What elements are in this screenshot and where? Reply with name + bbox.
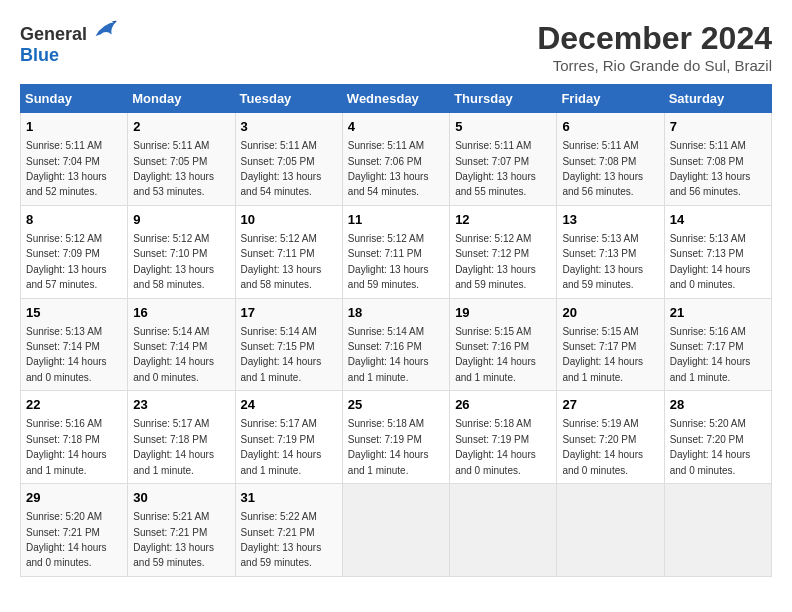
day-info: Sunrise: 5:19 AMSunset: 7:20 PMDaylight:… [562,418,643,475]
day-info: Sunrise: 5:13 AMSunset: 7:13 PMDaylight:… [670,233,751,290]
day-number: 10 [241,211,337,229]
calendar-cell: 15 Sunrise: 5:13 AMSunset: 7:14 PMDaylig… [21,298,128,391]
week-row-4: 22 Sunrise: 5:16 AMSunset: 7:18 PMDaylig… [21,391,772,484]
calendar-cell: 13 Sunrise: 5:13 AMSunset: 7:13 PMDaylig… [557,205,664,298]
logo-general: General [20,24,87,44]
calendar-cell: 30 Sunrise: 5:21 AMSunset: 7:21 PMDaylig… [128,484,235,577]
day-number: 5 [455,118,551,136]
day-number: 11 [348,211,444,229]
logo: General Blue [20,20,118,66]
day-number: 31 [241,489,337,507]
header: General Blue December 2024 Torres, Rio G… [20,20,772,74]
day-info: Sunrise: 5:12 AMSunset: 7:11 PMDaylight:… [241,233,322,290]
calendar-cell: 17 Sunrise: 5:14 AMSunset: 7:15 PMDaylig… [235,298,342,391]
day-number: 20 [562,304,658,322]
day-info: Sunrise: 5:16 AMSunset: 7:17 PMDaylight:… [670,326,751,383]
calendar-cell: 11 Sunrise: 5:12 AMSunset: 7:11 PMDaylig… [342,205,449,298]
day-info: Sunrise: 5:12 AMSunset: 7:10 PMDaylight:… [133,233,214,290]
header-friday: Friday [557,85,664,113]
header-monday: Monday [128,85,235,113]
day-number: 7 [670,118,766,136]
day-info: Sunrise: 5:11 AMSunset: 7:06 PMDaylight:… [348,140,429,197]
day-info: Sunrise: 5:11 AMSunset: 7:07 PMDaylight:… [455,140,536,197]
day-number: 27 [562,396,658,414]
day-info: Sunrise: 5:11 AMSunset: 7:05 PMDaylight:… [241,140,322,197]
day-number: 19 [455,304,551,322]
day-info: Sunrise: 5:12 AMSunset: 7:11 PMDaylight:… [348,233,429,290]
week-row-2: 8 Sunrise: 5:12 AMSunset: 7:09 PMDayligh… [21,205,772,298]
day-number: 30 [133,489,229,507]
day-number: 8 [26,211,122,229]
day-number: 4 [348,118,444,136]
calendar-cell [450,484,557,577]
calendar-cell: 25 Sunrise: 5:18 AMSunset: 7:19 PMDaylig… [342,391,449,484]
calendar-subtitle: Torres, Rio Grande do Sul, Brazil [537,57,772,74]
day-number: 17 [241,304,337,322]
header-saturday: Saturday [664,85,771,113]
day-number: 25 [348,396,444,414]
day-number: 29 [26,489,122,507]
day-number: 26 [455,396,551,414]
day-info: Sunrise: 5:17 AMSunset: 7:19 PMDaylight:… [241,418,322,475]
calendar-table: SundayMondayTuesdayWednesdayThursdayFrid… [20,84,772,577]
calendar-cell: 18 Sunrise: 5:14 AMSunset: 7:16 PMDaylig… [342,298,449,391]
calendar-cell: 3 Sunrise: 5:11 AMSunset: 7:05 PMDayligh… [235,113,342,206]
day-number: 16 [133,304,229,322]
logo-blue: Blue [20,45,59,65]
day-number: 2 [133,118,229,136]
calendar-cell: 1 Sunrise: 5:11 AMSunset: 7:04 PMDayligh… [21,113,128,206]
day-info: Sunrise: 5:18 AMSunset: 7:19 PMDaylight:… [348,418,429,475]
calendar-cell: 12 Sunrise: 5:12 AMSunset: 7:12 PMDaylig… [450,205,557,298]
day-info: Sunrise: 5:14 AMSunset: 7:16 PMDaylight:… [348,326,429,383]
calendar-cell: 2 Sunrise: 5:11 AMSunset: 7:05 PMDayligh… [128,113,235,206]
day-info: Sunrise: 5:13 AMSunset: 7:13 PMDaylight:… [562,233,643,290]
day-info: Sunrise: 5:14 AMSunset: 7:14 PMDaylight:… [133,326,214,383]
day-info: Sunrise: 5:14 AMSunset: 7:15 PMDaylight:… [241,326,322,383]
calendar-cell [664,484,771,577]
calendar-cell: 22 Sunrise: 5:16 AMSunset: 7:18 PMDaylig… [21,391,128,484]
day-info: Sunrise: 5:11 AMSunset: 7:08 PMDaylight:… [562,140,643,197]
title-area: December 2024 Torres, Rio Grande do Sul,… [537,20,772,74]
calendar-cell: 23 Sunrise: 5:17 AMSunset: 7:18 PMDaylig… [128,391,235,484]
calendar-cell: 8 Sunrise: 5:12 AMSunset: 7:09 PMDayligh… [21,205,128,298]
day-info: Sunrise: 5:11 AMSunset: 7:08 PMDaylight:… [670,140,751,197]
day-number: 9 [133,211,229,229]
day-info: Sunrise: 5:20 AMSunset: 7:21 PMDaylight:… [26,511,107,568]
calendar-cell: 6 Sunrise: 5:11 AMSunset: 7:08 PMDayligh… [557,113,664,206]
calendar-cell: 26 Sunrise: 5:18 AMSunset: 7:19 PMDaylig… [450,391,557,484]
day-number: 12 [455,211,551,229]
calendar-cell [557,484,664,577]
week-row-1: 1 Sunrise: 5:11 AMSunset: 7:04 PMDayligh… [21,113,772,206]
day-info: Sunrise: 5:13 AMSunset: 7:14 PMDaylight:… [26,326,107,383]
header-thursday: Thursday [450,85,557,113]
logo-text: General Blue [20,20,118,66]
calendar-cell: 10 Sunrise: 5:12 AMSunset: 7:11 PMDaylig… [235,205,342,298]
day-number: 13 [562,211,658,229]
header-tuesday: Tuesday [235,85,342,113]
calendar-cell: 9 Sunrise: 5:12 AMSunset: 7:10 PMDayligh… [128,205,235,298]
day-number: 23 [133,396,229,414]
day-info: Sunrise: 5:12 AMSunset: 7:09 PMDaylight:… [26,233,107,290]
day-number: 21 [670,304,766,322]
header-wednesday: Wednesday [342,85,449,113]
day-number: 15 [26,304,122,322]
day-info: Sunrise: 5:20 AMSunset: 7:20 PMDaylight:… [670,418,751,475]
day-info: Sunrise: 5:12 AMSunset: 7:12 PMDaylight:… [455,233,536,290]
calendar-cell: 29 Sunrise: 5:20 AMSunset: 7:21 PMDaylig… [21,484,128,577]
day-info: Sunrise: 5:15 AMSunset: 7:17 PMDaylight:… [562,326,643,383]
header-row: SundayMondayTuesdayWednesdayThursdayFrid… [21,85,772,113]
day-info: Sunrise: 5:16 AMSunset: 7:18 PMDaylight:… [26,418,107,475]
day-number: 6 [562,118,658,136]
calendar-title: December 2024 [537,20,772,57]
logo-bird-icon [94,20,118,40]
calendar-cell: 31 Sunrise: 5:22 AMSunset: 7:21 PMDaylig… [235,484,342,577]
day-info: Sunrise: 5:17 AMSunset: 7:18 PMDaylight:… [133,418,214,475]
day-number: 14 [670,211,766,229]
calendar-cell: 24 Sunrise: 5:17 AMSunset: 7:19 PMDaylig… [235,391,342,484]
calendar-cell: 7 Sunrise: 5:11 AMSunset: 7:08 PMDayligh… [664,113,771,206]
calendar-cell: 28 Sunrise: 5:20 AMSunset: 7:20 PMDaylig… [664,391,771,484]
day-number: 3 [241,118,337,136]
week-row-3: 15 Sunrise: 5:13 AMSunset: 7:14 PMDaylig… [21,298,772,391]
day-number: 24 [241,396,337,414]
calendar-cell: 5 Sunrise: 5:11 AMSunset: 7:07 PMDayligh… [450,113,557,206]
